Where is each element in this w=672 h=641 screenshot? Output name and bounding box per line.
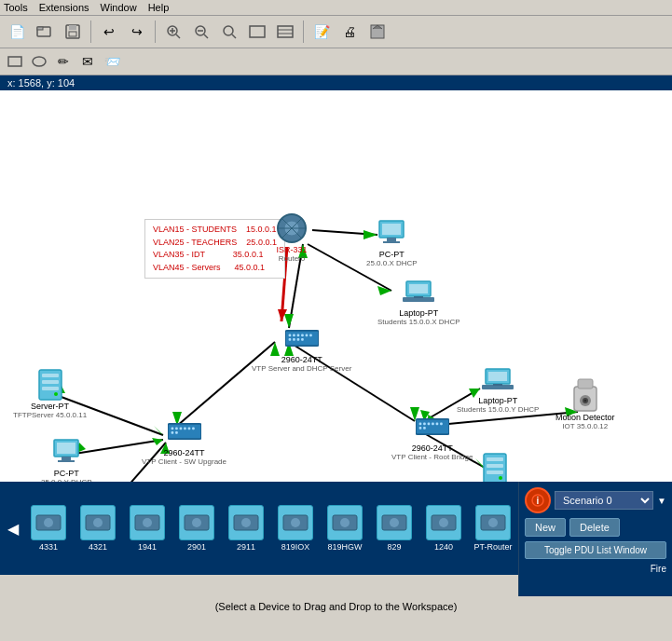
open-button[interactable] — [32, 19, 58, 45]
switch-sw1-sublabel: VTP Client - SW Upgrade — [142, 457, 226, 466]
device-1941[interactable]: 1941 — [124, 505, 171, 552]
toggle-pdu-button[interactable]: Toggle PDU List Window — [525, 541, 666, 559]
fire-label: Fire — [525, 564, 666, 574]
svg-marker-53 — [278, 309, 287, 321]
router0-node[interactable]: ISR-331 Router0 — [275, 211, 309, 263]
device-4321-label: 4321 — [89, 542, 107, 552]
svg-rect-110 — [488, 372, 507, 381]
pencil-button[interactable]: ✏ — [52, 50, 75, 73]
export-button[interactable] — [364, 19, 391, 45]
pdu-icon: i — [525, 487, 551, 513]
device-819iox[interactable]: 819IOX — [272, 505, 319, 552]
svg-rect-103 — [62, 457, 71, 460]
server-tftp-label: Server-PT — [13, 402, 87, 411]
redo-button[interactable]: ↪ — [124, 19, 150, 45]
grid-button[interactable] — [272, 19, 298, 45]
laptop-students-sublabel: Students 15.0.0.X DHCP — [377, 318, 460, 326]
menubar: Tools Extensions Window Help — [0, 0, 672, 16]
svg-rect-80 — [418, 423, 421, 426]
zoom-out-button[interactable] — [188, 19, 214, 45]
svg-rect-15 — [278, 26, 293, 37]
delete-button[interactable]: Delete — [569, 518, 620, 537]
svg-point-124 — [44, 518, 53, 527]
new-button[interactable]: 📄 — [4, 19, 30, 45]
select-rect-button[interactable] — [4, 50, 26, 73]
zoom-reset-button[interactable] — [216, 19, 242, 45]
new-button[interactable]: New — [525, 518, 566, 537]
svg-rect-95 — [414, 296, 423, 298]
closed-envelope-button[interactable]: ✉ — [76, 50, 99, 73]
bottom-status-bar: (Select a Device to Drag and Drop to the… — [0, 596, 672, 617]
svg-point-100 — [54, 392, 58, 396]
svg-rect-72 — [175, 428, 178, 430]
switch-vtp-label: 2960-24TT — [252, 355, 351, 364]
laptop-students2-node[interactable]: Laptop-PT Students 15.0.0.Y DHCP — [457, 362, 539, 414]
svg-line-13 — [232, 34, 236, 38]
svg-rect-61 — [293, 334, 295, 337]
svg-rect-102 — [57, 443, 75, 454]
pc-local-node[interactable]: PC-PT 25.0.0.Y DHCP — [41, 435, 92, 482]
open-envelope-button[interactable]: 📨 — [101, 50, 123, 73]
toolbar2: ✏ ✉ 📨 — [0, 48, 672, 75]
save-button[interactable] — [60, 19, 86, 45]
device-819iox-label: 819IOX — [281, 542, 310, 552]
motion-detector-node[interactable]: Motion Detector IOT 35.0.0.12 — [555, 379, 615, 430]
device-2901[interactable]: 2901 — [173, 505, 220, 552]
svg-point-130 — [192, 518, 201, 527]
svg-rect-19 — [8, 57, 21, 66]
svg-point-12 — [224, 26, 233, 35]
svg-rect-116 — [487, 471, 503, 474]
menu-help[interactable]: Help — [148, 2, 170, 13]
menu-extensions[interactable]: Extensions — [39, 2, 89, 13]
device-829[interactable]: 829 — [371, 505, 418, 552]
svg-rect-62 — [296, 334, 299, 337]
device-819hgw-label: 819HGW — [327, 542, 362, 552]
canvas-area[interactable]: VLAN15 - STUDENTS 15.0.0.1 VLAN25 - TEAC… — [0, 90, 672, 482]
svg-rect-112 — [493, 384, 502, 386]
device-819hgw[interactable]: 819HGW — [322, 505, 368, 552]
svg-rect-82 — [427, 423, 430, 426]
note-button[interactable]: 📝 — [309, 19, 335, 45]
svg-rect-115 — [487, 464, 503, 468]
menu-tools[interactable]: Tools — [4, 2, 28, 13]
scenario-dropdown-icon: ▼ — [657, 496, 666, 506]
server-idt-node[interactable]: Server-PT IDT Server 45.0.0.12 — [460, 452, 529, 482]
menu-window[interactable]: Window — [101, 2, 137, 13]
device-4331[interactable]: 4331 — [25, 505, 72, 552]
svg-rect-63 — [301, 334, 304, 337]
device-1240[interactable]: 1240 — [420, 505, 467, 552]
device-4321[interactable]: 4321 — [75, 505, 121, 552]
svg-rect-86 — [418, 427, 421, 430]
rectangle-select-button[interactable] — [244, 19, 270, 45]
svg-rect-66 — [288, 338, 291, 341]
device-pt-router[interactable]: PT-Router — [470, 505, 516, 552]
svg-rect-60 — [288, 334, 291, 337]
zoom-in-button[interactable] — [160, 19, 186, 45]
laptop-students-node[interactable]: Laptop-PT Students 15.0.0.X DHCP — [377, 275, 460, 326]
scroll-left-button[interactable]: ◀ — [4, 518, 22, 539]
device-2911[interactable]: 2911 — [223, 505, 269, 552]
scenario-row: i Scenario 0 Scenario 1 Scenario 2 ▼ — [525, 487, 666, 513]
oval-button[interactable] — [28, 50, 50, 73]
switch-sw1-node[interactable]: 2960-24TT VTP Client - SW Upgrade — [142, 415, 226, 466]
router0-label: ISR-331 — [275, 245, 309, 254]
pc-dhcp-sublabel: 25.0.0.X DHCP — [366, 259, 418, 267]
scenario-select[interactable]: Scenario 0 Scenario 1 Scenario 2 — [555, 491, 653, 510]
device-2901-label: 2901 — [187, 542, 206, 552]
svg-rect-77 — [171, 431, 173, 434]
undo-button[interactable]: ↩ — [96, 19, 122, 45]
switch-vtp-node[interactable]: 2960-24TT VTP Server and DHCP Server — [252, 321, 351, 373]
svg-point-142 — [488, 518, 498, 527]
printer-button[interactable]: 🖨 — [336, 19, 363, 45]
device-2911-label: 2911 — [237, 542, 255, 552]
device-bar: ◀ 4331 4321 — [0, 482, 518, 575]
svg-rect-98 — [42, 380, 59, 384]
svg-point-136 — [340, 518, 350, 527]
server-tftp-node[interactable]: Server-PT TFTPServer 45.0.0.11 — [13, 368, 87, 419]
svg-rect-90 — [387, 238, 396, 241]
svg-rect-68 — [296, 338, 299, 341]
svg-rect-1 — [37, 27, 43, 30]
pc-dhcp-node[interactable]: PC-PT 25.0.0.X DHCP — [366, 216, 418, 267]
svg-rect-87 — [423, 427, 426, 430]
svg-rect-73 — [179, 428, 182, 430]
